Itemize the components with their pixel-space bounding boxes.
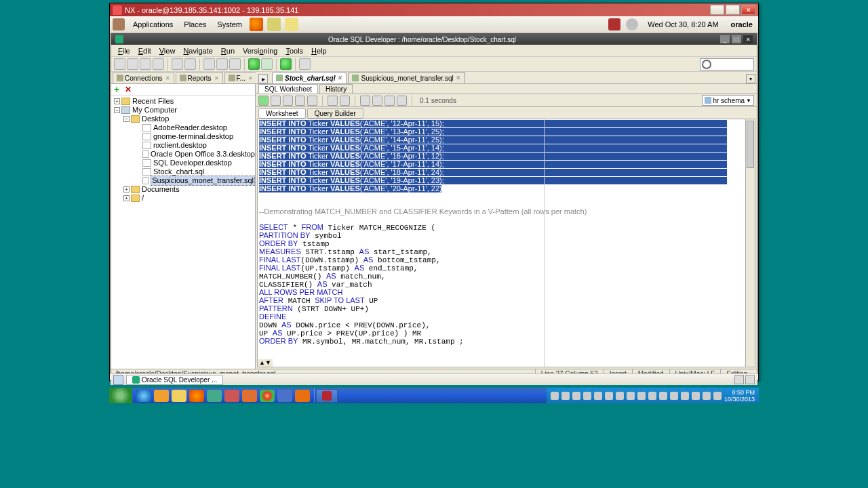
tray-icon[interactable] [681,392,689,400]
tray-icon[interactable] [572,392,580,400]
tray-icon[interactable] [594,392,602,400]
notes-icon[interactable] [285,18,298,31]
close-tab-icon[interactable]: ✕ [214,75,219,81]
trash-icon[interactable] [745,375,755,384]
vertical-scrollbar[interactable] [745,119,755,367]
gnome-user[interactable]: oracle [731,20,753,28]
explain-plan-icon[interactable] [295,96,305,106]
workspace-switcher-icon[interactable] [734,375,744,384]
commit-icon[interactable] [328,96,338,106]
close-button[interactable]: ✕ [741,5,755,15]
tree-item[interactable]: gnome-terminal.desktop [114,132,255,141]
menu-applications[interactable]: Applications [127,20,178,28]
tree-desktop[interactable]: −Desktop [114,115,255,123]
tray-icon[interactable] [583,392,591,400]
file-tab-suspicious[interactable]: Suspicious_monet_transfer.sql✕ [348,72,465,83]
save-icon[interactable] [140,58,151,70]
clear-icon[interactable] [372,96,382,106]
tray-icon[interactable] [637,392,646,400]
run-dropdown-icon[interactable] [261,58,273,70]
tab-worksheet[interactable]: Worksheet [258,108,306,119]
tree-item[interactable]: AdobeReader.desktop [114,123,255,132]
close-tab-icon[interactable]: ✕ [248,75,253,81]
tree-root[interactable]: +/ [114,194,255,203]
tree-my-computer[interactable]: −My Computer [114,106,255,115]
schema-selector[interactable]: hr schema ▼ [702,95,754,106]
nx-titlebar[interactable]: NX - oracle@139.185.35.141:1002 - 139.18… [110,3,758,16]
split-handle[interactable]: ▲▼ [258,359,273,367]
commit-dropdown-icon[interactable] [299,58,311,70]
menu-help[interactable]: Help [307,47,331,55]
start-button[interactable] [109,388,132,403]
gnome-foot-icon[interactable] [113,18,125,30]
search-box[interactable] [700,58,754,70]
add-icon[interactable]: + [114,85,123,94]
tree-item[interactable]: Oracle Open Office 3.3.desktop [114,150,255,159]
new-icon[interactable] [114,58,125,70]
tree-item[interactable]: nxclient.desktop [114,141,255,150]
run-script-icon[interactable] [271,96,281,106]
explorer-icon[interactable] [154,390,169,402]
sql-tuning-icon[interactable] [307,96,317,106]
menu-system[interactable]: System [212,20,248,28]
unshared-worksheet-icon[interactable] [360,96,370,106]
undo-icon[interactable] [172,58,183,70]
taskbar-sqldeveloper[interactable]: Oracle SQL Developer ... [126,375,223,385]
autotrace-icon[interactable] [283,96,293,106]
network-icon[interactable] [703,392,711,400]
menu-file[interactable]: File [114,47,134,55]
tray-icon[interactable] [627,392,635,400]
menu-places[interactable]: Places [178,20,212,28]
firefox-icon[interactable] [250,18,263,31]
sqldev-titlebar[interactable]: Oracle SQL Developer : /home/oracle/Desk… [111,34,757,45]
app-icon[interactable] [207,390,222,402]
firefox-icon[interactable] [189,390,204,402]
volume-icon[interactable] [713,392,722,400]
paste-icon[interactable] [229,58,241,70]
taskbar-clock[interactable]: 8:50 PM 10/30/2013 [724,389,755,403]
tree-item[interactable]: SQL Developer.desktop [114,159,255,167]
redo-icon[interactable] [184,58,196,70]
gnome-clock[interactable]: Wed Oct 30, 8:20 AM [648,20,718,28]
tree-documents[interactable]: +Documents [114,185,255,194]
tray-icon[interactable] [648,392,656,400]
powerpoint-icon[interactable] [242,390,257,402]
copy-icon[interactable] [216,58,228,70]
close-tab-icon[interactable]: ✕ [165,75,170,81]
tab-history[interactable]: History [319,84,353,94]
debug-icon[interactable] [280,58,292,70]
sql-editor[interactable]: INSERT INTO Ticker VALUES('ACME', '12-Ap… [258,119,745,367]
tab-files[interactable]: F...✕ [224,72,257,83]
tray-icon[interactable] [616,392,624,400]
sqldev-maximize-button[interactable]: □ [732,35,741,43]
maximize-button[interactable]: □ [726,5,740,15]
scroll-thumb[interactable] [747,121,754,168]
file-tree[interactable]: +Recent Files −My Computer −Desktop Adob… [111,96,255,369]
file-tab-stock-chart[interactable]: Stock_chart.sql✕ [272,72,347,83]
menu-edit[interactable]: Edit [134,47,155,55]
tray-icon[interactable] [551,392,559,400]
word-icon[interactable] [277,390,292,402]
show-desktop-icon[interactable] [113,375,123,385]
run-statement-icon[interactable] [258,96,269,106]
tabs-dropdown[interactable]: ▾ [746,74,755,83]
menu-run[interactable]: Run [217,47,239,55]
tree-item-selected[interactable]: Suspicious_monet_transfer.sql [114,176,255,185]
rollback-icon[interactable] [340,96,350,106]
ie-icon[interactable] [136,390,151,402]
sql-history-icon[interactable] [397,96,407,106]
tab-sql-worksheet[interactable]: SQL Worksheet [258,84,318,94]
close-tab-icon[interactable]: ✕ [337,75,342,81]
taskbar-app[interactable] [316,389,338,403]
mail-icon[interactable] [267,18,281,31]
vlc-icon[interactable] [295,390,310,402]
minimize-button[interactable]: _ [710,5,724,15]
sqldev-minimize-button[interactable]: _ [720,35,730,43]
tab-connections[interactable]: Connections✕ [113,72,174,83]
tree-recent-files[interactable]: +Recent Files [114,97,255,106]
tray-icon[interactable] [692,392,700,400]
save-all-icon[interactable] [153,58,164,70]
tab-query-builder[interactable]: Query Builder [307,108,363,119]
tray-icon[interactable] [605,392,613,400]
app-icon[interactable] [224,390,239,402]
